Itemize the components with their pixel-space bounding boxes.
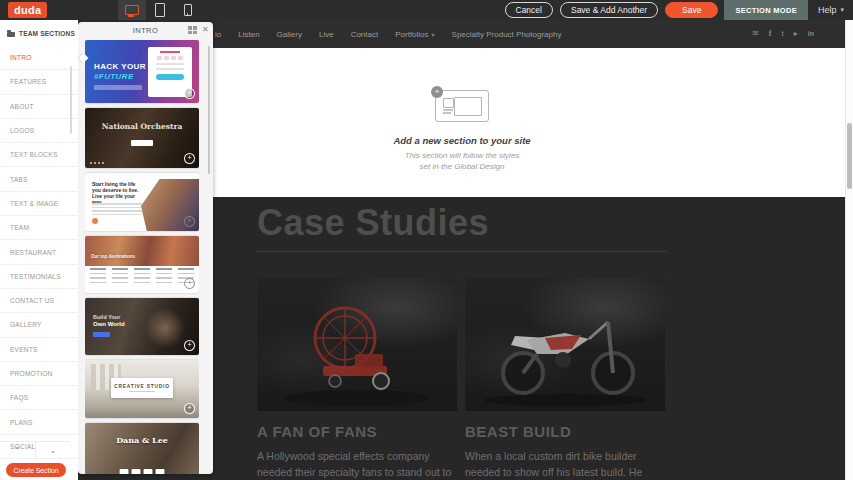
sidebar-item-promotion[interactable]: PROMOTION xyxy=(0,362,78,386)
scroll-down-button[interactable]: ⌄ xyxy=(36,442,71,459)
mobile-view-button[interactable] xyxy=(174,0,202,20)
tablet-view-button[interactable] xyxy=(146,0,174,20)
thumb-title: Start living the life you deserve to liv… xyxy=(92,181,144,205)
create-section-button[interactable]: Create Section xyxy=(6,463,66,477)
sidebar-item-label: TABS xyxy=(10,176,28,183)
sidebar-item-team[interactable]: TEAM xyxy=(0,216,78,240)
sidebar-item-about[interactable]: ABOUT xyxy=(0,95,78,119)
sidebar-item-label: GALLERY xyxy=(10,321,42,328)
duda-editor: duda Cancel Save & Add Another Save SECT… xyxy=(0,0,853,480)
sidebar-item-testimonials[interactable]: TESTIMONIALS xyxy=(0,265,78,289)
desktop-view-button[interactable] xyxy=(118,0,146,20)
sidebar-item-text-image[interactable]: TEXT & IMAGE xyxy=(0,192,78,216)
template-thumb-hack-your-future[interactable]: HACK YOUR #FUTURE + xyxy=(85,40,199,103)
panel-title: INTRO xyxy=(133,26,158,35)
add-section-subtitle-line1: This section will follow the styles xyxy=(405,151,520,160)
nav-item-live[interactable]: Live xyxy=(319,30,334,39)
magnifier-icon[interactable]: + xyxy=(184,340,195,351)
case-study-heading: BEAST BUILD xyxy=(465,423,665,440)
close-icon[interactable]: ✕ xyxy=(202,25,209,35)
youtube-icon[interactable]: ▸ xyxy=(794,30,798,38)
magnifier-icon[interactable]: + xyxy=(184,403,195,414)
thumb-subtitle: Own World xyxy=(93,321,125,327)
sidebar-item-tabs[interactable]: TABS xyxy=(0,167,78,191)
email-icon[interactable]: ✉ xyxy=(752,30,759,38)
sidebar-item-faqs[interactable]: FAQS xyxy=(0,386,78,410)
chevron-down-icon[interactable]: ▾ xyxy=(840,6,844,14)
twitter-icon[interactable]: t xyxy=(782,30,784,38)
sidebar-item-gallery[interactable]: GALLERY xyxy=(0,313,78,337)
facebook-icon[interactable]: f xyxy=(769,30,772,38)
thumb-text-placeholder xyxy=(94,85,142,90)
template-thumb-top-destinations[interactable]: Our top destinations + xyxy=(85,236,199,293)
chevron-down-icon: ▾ xyxy=(432,32,435,38)
template-thumb-dana-and-lee[interactable]: Dana & Lee xyxy=(85,423,199,474)
magnifier-icon[interactable]: + xyxy=(184,88,195,99)
sidebar-item-features[interactable]: FEATURES xyxy=(0,70,78,94)
linkedin-icon[interactable]: in xyxy=(808,30,814,38)
sidebar-item-events[interactable]: EVENTS xyxy=(0,338,78,362)
page-scrollbar[interactable] xyxy=(845,20,853,480)
thumb-button-placeholder xyxy=(131,140,153,146)
nav-item-contact[interactable]: Contact xyxy=(351,30,379,39)
case-study-card-fan: A FAN OF FANS A Hollywood special effect… xyxy=(257,278,457,480)
section-badge-icon: + xyxy=(431,86,443,98)
thumb-title: Our top destinations xyxy=(91,254,135,259)
cancel-button[interactable]: Cancel xyxy=(505,2,553,18)
sidebar-scrollbar[interactable] xyxy=(70,66,72,134)
sections-sidebar: TEAM SECTIONS INTRO FEATURES ABOUT LOGOS… xyxy=(0,20,78,480)
chevron-up-icon: ⌃ xyxy=(14,446,21,455)
folder-icon xyxy=(7,32,15,37)
nav-item-listen[interactable]: Listen xyxy=(238,30,259,39)
panel-scrollbar[interactable] xyxy=(208,46,210,174)
sidebar-header-label: TEAM SECTIONS xyxy=(19,30,75,37)
thumb-button-placeholder xyxy=(93,332,110,337)
grid-view-icon[interactable] xyxy=(188,26,197,34)
magnifier-icon[interactable]: + xyxy=(184,216,195,227)
nav-item-gallery[interactable]: Gallery xyxy=(277,30,302,39)
fan-machine-image xyxy=(257,278,457,411)
sidebar-item-logos[interactable]: LOGOS xyxy=(0,119,78,143)
fan-illustration xyxy=(257,278,457,411)
template-thumb-creative-studio[interactable]: CREATIVE STUDIO + xyxy=(85,360,199,418)
thumb-subtitle: #FUTURE xyxy=(94,72,134,81)
template-thumb-build-own-world[interactable]: Build Your Own World + xyxy=(85,298,199,355)
scroll-up-button[interactable]: ⌃ xyxy=(0,442,36,459)
social-icons: ✉ f t ▸ in xyxy=(752,30,814,38)
nav-item-label: Portfolios xyxy=(395,30,428,39)
sidebar-item-label: EVENTS xyxy=(10,346,38,353)
sidebar-item-intro[interactable]: INTRO xyxy=(0,46,78,70)
sidebar-item-restaurant[interactable]: RESTAURANT xyxy=(0,240,78,264)
chevron-down-icon: ⌄ xyxy=(49,446,56,455)
dirt-bike-illustration xyxy=(465,278,665,411)
sidebar-item-text-blocks[interactable]: TEXT BLOCKS xyxy=(0,143,78,167)
sidebar-item-label: ABOUT xyxy=(10,103,34,110)
sidebar-item-plans[interactable]: PLANS xyxy=(0,410,78,434)
nav-item-portfolios[interactable]: Portfolios▾ xyxy=(395,30,434,39)
sidebar-item-label: TEAM xyxy=(10,224,29,231)
thumb-title: CREATIVE STUDIO xyxy=(114,384,169,389)
nav-item-specialty-product-photography[interactable]: Specialty Product Photography xyxy=(452,30,562,39)
section-templates-panel: INTRO ✕ HACK YOUR #FUTURE + National Orc… xyxy=(78,22,213,474)
template-thumb-live-your-way[interactable]: Start living the life you deserve to liv… xyxy=(85,173,199,231)
nav-item-partial[interactable]: io xyxy=(215,30,221,39)
scrollbar-thumb[interactable] xyxy=(847,123,852,189)
case-study-cards: A FAN OF FANS A Hollywood special effect… xyxy=(257,278,667,480)
magnifier-icon[interactable]: + xyxy=(184,153,195,164)
magnifier-icon[interactable]: + xyxy=(184,278,195,289)
sidebar-item-label: TEXT & IMAGE xyxy=(10,200,58,207)
add-section-icon: + xyxy=(435,90,489,122)
help-menu[interactable]: Help xyxy=(818,5,837,15)
case-study-heading: A FAN OF FANS xyxy=(257,423,457,440)
sidebar-item-contact-us[interactable]: CONTACT US xyxy=(0,289,78,313)
thumb-photo xyxy=(85,236,199,266)
add-section-subtitle-line2: set in the Global Design xyxy=(420,162,505,171)
top-bar: duda Cancel Save & Add Another Save SECT… xyxy=(0,0,853,20)
case-study-text: When a local custom dirt bike builder ne… xyxy=(465,449,665,480)
save-add-another-button[interactable]: Save & Add Another xyxy=(560,2,658,18)
sidebar-item-label: TEXT BLOCKS xyxy=(10,151,58,158)
template-thumb-national-orchestra[interactable]: National Orchestra + xyxy=(85,108,199,168)
save-button[interactable]: Save xyxy=(665,2,718,18)
thumb-cta-circle xyxy=(92,218,98,224)
panel-header: INTRO ✕ xyxy=(78,22,213,38)
